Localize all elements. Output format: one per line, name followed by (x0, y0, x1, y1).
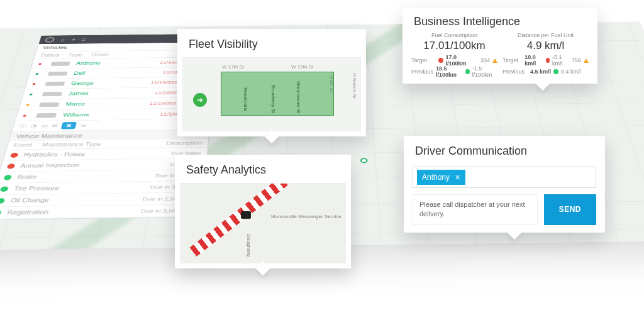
vehicle-icon[interactable] (241, 211, 251, 219)
driver-name: George (70, 80, 112, 85)
business-intelligence-card: Business Intelligence Fuel Consumption 1… (402, 8, 597, 84)
warning-icon (492, 58, 497, 63)
warning-icon (584, 58, 589, 63)
row-value: 18.5 l/100km (436, 65, 463, 78)
app-logo-icon (45, 37, 55, 43)
maint-name: Oil Change (10, 196, 143, 204)
row-delta: -5.1 km/l (552, 54, 569, 67)
info-icon[interactable]: ⓘ (18, 123, 27, 129)
maintenance-title: Vehicle Maintenance (16, 133, 83, 139)
row-value: 4.5 km/l (530, 69, 551, 75)
row-label: Target (411, 57, 436, 63)
driver-communication-card: Driver Communication Anthony ✕ Please ca… (404, 136, 605, 233)
menu-icon[interactable]: ≡ (81, 37, 86, 41)
status-dot-icon (3, 175, 12, 180)
metric-row: Target 17.0 l/100km 334 (411, 55, 497, 66)
maint-name: Brake (16, 173, 155, 180)
message-input[interactable]: Please call dispatcher at your next deli… (413, 194, 538, 225)
metric-row: Previous 18.5 l/100km -1.5 l/100km (411, 66, 497, 77)
card-title: Safety Analytics (175, 155, 351, 183)
safety-mini-map[interactable]: Monroeville Messenger Service Daugherty (180, 183, 346, 263)
map-marker[interactable] (360, 158, 368, 163)
street-label: W 17th St (222, 64, 244, 70)
row-label: Target (502, 57, 522, 63)
vehicle-icon (36, 113, 57, 118)
go-arrow-icon[interactable]: ➔ (193, 93, 207, 107)
metric-label: Fuel Consumption (411, 32, 497, 38)
filter-status[interactable]: Status (40, 53, 59, 57)
fleet-visibility-card: Fleet Visibility W 17th St W 17th St Mai… (177, 29, 366, 136)
status-dot-icon (546, 58, 550, 63)
street-label: Broadway St (270, 85, 276, 113)
status-icon: ● (22, 113, 30, 118)
street-label: W 17th St (291, 64, 313, 70)
row-delta: 0.4 km/l (561, 69, 581, 75)
row-delta: 334 (480, 57, 490, 63)
row-value: 10.0 km/l (525, 54, 543, 67)
status-icon: ● (25, 102, 33, 107)
status-dot-icon (7, 163, 16, 168)
fleet-mini-map[interactable]: W 17th St W 17th St Main St N Beech St R… (182, 57, 361, 131)
row-label: Previous (411, 69, 433, 75)
wrench-icon[interactable]: ✖ (61, 122, 77, 129)
maint-name: Annual Inspection (20, 162, 170, 169)
driver-name: Williams (62, 112, 105, 118)
card-title: Fleet Visibility (177, 29, 366, 57)
row-extra: 756 (572, 57, 581, 63)
vehicle-icon (48, 71, 68, 75)
col-event: Event (13, 142, 33, 148)
metric-row: Target 10.0 km/l -5.1 km/l 756 (502, 55, 589, 66)
card-icon[interactable]: ▭ (40, 123, 48, 128)
location-icon[interactable]: ⌖ (70, 37, 75, 42)
bi-fuel-column: Fuel Consumption 17.01/100km Target 17.0… (411, 32, 497, 77)
row-value: 17.0 l/100km (446, 54, 478, 67)
card-title: Driver Communication (404, 136, 605, 164)
safety-analytics-card: Safety Analytics Monroeville Messenger S… (175, 155, 351, 268)
status-dot-icon (10, 153, 19, 158)
driver-name: James (68, 91, 110, 96)
street-label: N Beech St (352, 73, 357, 98)
send-button[interactable]: SEND (544, 194, 596, 225)
status-icon: ● (28, 92, 36, 97)
vehicle-icon (51, 62, 70, 66)
status-dot-icon (465, 69, 470, 74)
metric-label: Distance per Fuel Unit (502, 32, 589, 38)
home-icon[interactable]: ⌂ (60, 37, 65, 41)
driver-name: Anthony (75, 61, 116, 66)
maint-name: Registration (6, 208, 142, 216)
card-title: Business Intelligence (402, 8, 597, 32)
street-label: Manchester St (296, 81, 301, 114)
driver-name: Dell (73, 70, 114, 75)
driver-chip[interactable]: Anthony ✕ (417, 170, 465, 185)
chat-icon[interactable]: ✉ (51, 123, 58, 128)
status-icon: ● (37, 62, 45, 66)
metric-value: 17.01/100km (411, 40, 497, 52)
metric-value: 4.9 km/l (502, 40, 589, 52)
vehicle-icon (39, 102, 60, 106)
row-delta: -1.5 l/100km (472, 65, 497, 78)
gauge-icon[interactable]: ◔ (30, 123, 38, 128)
metric-row: Previous 4.5 km/l 0.4 km/l (502, 66, 589, 77)
recipient-input[interactable]: Anthony ✕ (413, 167, 596, 188)
status-dot-icon (0, 198, 6, 204)
maintenance-row[interactable]: RegistrationDue in 3,068.0 mi (0, 204, 202, 219)
status-dot-icon (0, 210, 2, 216)
status-icon: ● (35, 71, 43, 75)
street-label: Rosecrans (243, 87, 248, 111)
map-poi: Monroeville Messenger Service (271, 214, 341, 219)
status-dot-icon (0, 186, 9, 192)
filter-driver[interactable]: Driver (91, 52, 109, 57)
link-icon[interactable]: ⇲ (79, 123, 86, 128)
row-label: Previous (502, 69, 528, 75)
vehicle-icon (45, 81, 65, 85)
bi-distance-column: Distance per Fuel Unit 4.9 km/l Target 1… (502, 32, 589, 77)
geofence-zone[interactable]: Rosecrans Broadway St Manchester St (221, 72, 334, 116)
maint-name: Tire Pressure (13, 184, 151, 192)
chip-label: Anthony (422, 173, 450, 182)
maint-name: Hydraulics - Hoses (23, 150, 172, 157)
status-icon: ● (31, 81, 40, 86)
filter-type[interactable]: Type (68, 53, 83, 57)
street-label: Daugherty (246, 234, 252, 257)
status-dot-icon (438, 58, 443, 63)
remove-chip-icon[interactable]: ✕ (455, 174, 460, 182)
